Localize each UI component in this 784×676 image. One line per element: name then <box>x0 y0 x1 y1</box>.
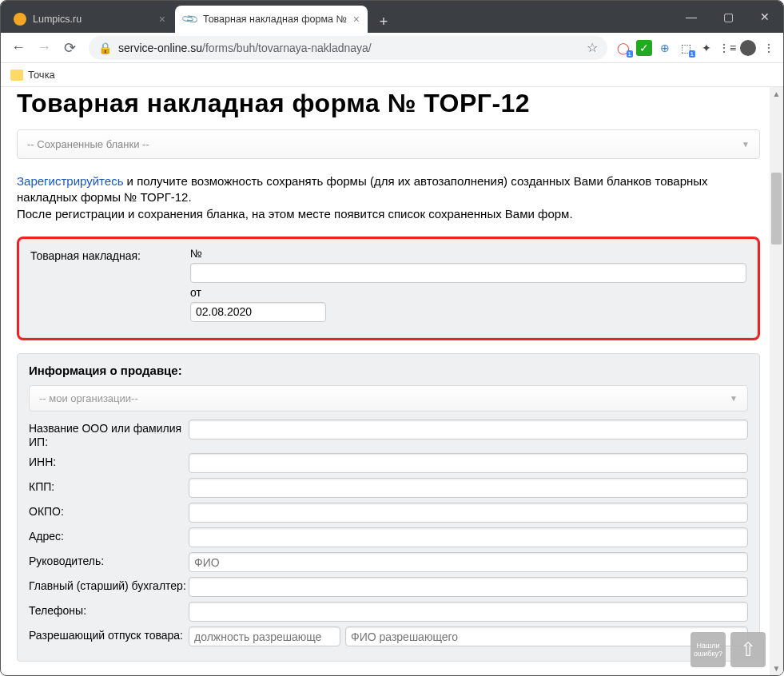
scroll-thumb[interactable] <box>771 173 782 245</box>
tabs-area: Lumpics.ru × 📎 Товарная накладная форма … <box>1 1 673 33</box>
date-input[interactable] <box>190 302 326 322</box>
inn-input[interactable] <box>189 453 748 473</box>
nakladnaya-header-box: Товарная накладная: № от <box>17 237 760 340</box>
seller-section: Информация о продавце: -- мои организаци… <box>17 353 760 662</box>
profile-avatar[interactable] <box>740 40 756 56</box>
tab-form[interactable]: 📎 Товарная накладная форма № × <box>175 6 368 33</box>
director-input[interactable] <box>189 552 748 572</box>
okpo-label: ОКПО: <box>29 503 189 519</box>
favicon-icon <box>14 13 26 26</box>
scroll-up-icon[interactable]: ▲ <box>770 87 783 101</box>
accountant-input[interactable] <box>189 577 748 597</box>
okpo-input[interactable] <box>189 503 748 523</box>
permit-fio-input[interactable] <box>345 626 748 646</box>
phones-label: Телефоны: <box>29 602 189 618</box>
phones-input[interactable] <box>189 602 748 622</box>
url-text: service-online.su/forms/buh/tovarnaya-na… <box>118 42 582 54</box>
date-label: от <box>190 286 746 299</box>
close-icon[interactable]: × <box>159 13 165 26</box>
feedback-button[interactable]: Нашли ошибку? <box>690 632 726 667</box>
nakladnaya-label: Товарная накладная: <box>30 247 190 263</box>
chevron-down-icon: ▼ <box>742 140 750 149</box>
director-label: Руководитель: <box>29 552 189 568</box>
bookmark-item[interactable]: Точка <box>28 69 55 81</box>
menu-button[interactable]: ⋮ <box>761 40 777 56</box>
inn-label: ИНН: <box>29 453 189 469</box>
scroll-down-icon[interactable]: ▼ <box>770 662 783 675</box>
content-area: Товарная накладная форма № ТОРГ-12 -- Со… <box>1 87 783 675</box>
scroll-top-button[interactable]: ⇧ <box>730 632 766 667</box>
page-title: Товарная накладная форма № ТОРГ-12 <box>17 89 760 118</box>
close-icon[interactable]: × <box>353 13 360 26</box>
ext-opera-icon[interactable]: ◯1 <box>615 40 631 56</box>
seller-title: Информация о продавце: <box>29 364 748 377</box>
chevron-down-icon: ▼ <box>730 394 738 403</box>
folder-icon <box>10 70 23 81</box>
page: Товарная накладная форма № ТОРГ-12 -- Со… <box>1 87 770 675</box>
address-label: Адрес: <box>29 527 189 543</box>
kpp-label: КПП: <box>29 478 189 494</box>
floating-buttons: Нашли ошибку? ⇧ <box>690 632 766 667</box>
ext-globe-icon[interactable]: ⊕ <box>657 40 673 56</box>
extensions-puzzle-icon[interactable]: ✦ <box>698 40 714 56</box>
saved-forms-dropdown[interactable]: -- Сохраненные бланки -- ▼ <box>17 129 760 159</box>
tab-title: Товарная накладная форма № <box>203 14 347 25</box>
browser-window: Lumpics.ru × 📎 Товарная накладная форма … <box>0 0 784 676</box>
tab-lumpics[interactable]: Lumpics.ru × <box>6 6 173 33</box>
paperclip-icon: 📎 <box>181 10 199 28</box>
forward-button[interactable]: → <box>33 37 55 59</box>
name-label: Название ООО или фамилия ИП: <box>29 420 189 449</box>
lock-icon: 🔒 <box>98 42 112 54</box>
star-icon[interactable]: ☆ <box>587 40 598 55</box>
register-link[interactable]: Зарегистрируйтесь <box>17 174 123 188</box>
accountant-label: Главный (старший) бухгалтер: <box>29 577 189 593</box>
back-button[interactable]: ← <box>7 37 30 59</box>
permit-position-input[interactable] <box>189 626 340 646</box>
registration-notice: Зарегистрируйтесь и получите возможность… <box>17 173 760 222</box>
kpp-input[interactable] <box>189 478 748 498</box>
new-tab-button[interactable]: + <box>372 10 395 33</box>
name-input[interactable] <box>189 420 748 439</box>
maximize-button[interactable]: ▢ <box>710 1 746 33</box>
ext-check-icon[interactable]: ✓ <box>636 40 652 56</box>
number-input[interactable] <box>190 263 746 283</box>
reload-button[interactable]: ⟳ <box>58 37 81 59</box>
extensions: ◯1 ✓ ⊕ ⬚1 ✦ ⋮≡ ⋮ <box>615 40 777 56</box>
tab-title: Lumpics.ru <box>33 14 153 25</box>
address-bar[interactable]: 🔒 service-online.su/forms/buh/tovarnaya-… <box>89 36 607 60</box>
ext-reading-icon[interactable]: ⋮≡ <box>719 40 735 56</box>
vertical-scrollbar[interactable]: ▲ ▼ <box>770 87 783 675</box>
scroll-track[interactable] <box>770 101 783 662</box>
number-label: № <box>190 247 746 260</box>
titlebar: Lumpics.ru × 📎 Товарная накладная форма … <box>1 1 783 33</box>
ext-cube-icon[interactable]: ⬚1 <box>678 40 694 56</box>
toolbar: ← → ⟳ 🔒 service-online.su/forms/buh/tova… <box>1 33 783 63</box>
close-window-button[interactable]: ✕ <box>746 1 783 33</box>
minimize-button[interactable]: — <box>673 1 710 33</box>
bookmarks-bar: Точка <box>1 63 783 87</box>
permit-label: Разрешающий отпуск товара: <box>29 626 189 642</box>
my-orgs-dropdown[interactable]: -- мои организации-- ▼ <box>29 385 748 412</box>
address-input[interactable] <box>189 527 748 547</box>
window-controls: — ▢ ✕ <box>673 1 783 33</box>
